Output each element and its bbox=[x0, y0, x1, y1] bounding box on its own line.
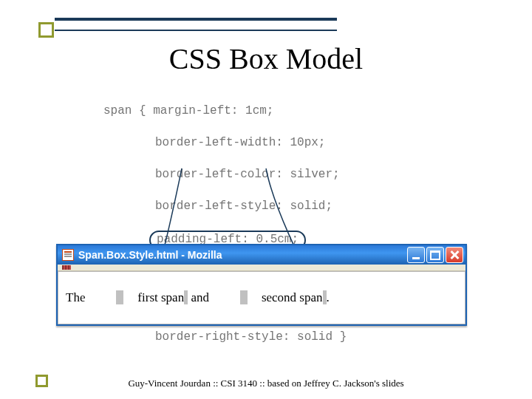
css-code: span { margin-left: 1cm; border-left-wid… bbox=[0, 87, 532, 378]
browser-window: Span.Box.Style.html - Mozilla The first … bbox=[56, 244, 467, 326]
slide-title: CSS Box Model bbox=[0, 41, 532, 76]
titlebar-left: Span.Box.Style.html - Mozilla bbox=[62, 249, 222, 261]
code-line: span { margin-left: 1cm; bbox=[0, 103, 532, 120]
throbber-icon bbox=[62, 265, 71, 270]
code-line: border-left-style: solid; bbox=[0, 199, 532, 215]
code-line: border-left-width: 10px; bbox=[0, 135, 532, 151]
code-line: border-right-style: solid } bbox=[0, 330, 532, 346]
window-buttons bbox=[407, 247, 463, 263]
window-titlebar: Span.Box.Style.html - Mozilla bbox=[58, 245, 466, 265]
maximize-icon bbox=[430, 250, 440, 260]
slide: CSS Box Model span { margin-left: 1cm; b… bbox=[0, 0, 532, 399]
menubar bbox=[58, 265, 466, 271]
sample-text: and bbox=[188, 290, 209, 304]
viewport: The first span and second span. bbox=[58, 271, 466, 324]
maximize-button[interactable] bbox=[426, 247, 444, 263]
close-icon bbox=[450, 250, 459, 259]
rendered-sample: The first span and second span. bbox=[58, 290, 330, 305]
minimize-icon bbox=[412, 257, 420, 259]
footer-credits: Guy-Vincent Jourdan :: CSI 3140 :: based… bbox=[0, 378, 532, 389]
code-line: border-left-color: silver; bbox=[0, 167, 532, 183]
span-example-2: second span bbox=[240, 290, 327, 304]
page-icon bbox=[62, 249, 74, 261]
top-rule-thin bbox=[55, 30, 337, 31]
sample-text: The bbox=[66, 290, 85, 304]
sample-text: . bbox=[327, 290, 330, 304]
minimize-button[interactable] bbox=[407, 247, 425, 263]
bullet-square-icon bbox=[38, 22, 54, 38]
span-example-1: first span bbox=[116, 290, 188, 304]
close-button[interactable] bbox=[446, 247, 463, 263]
window-title: Span.Box.Style.html - Mozilla bbox=[78, 249, 222, 261]
top-rule bbox=[55, 18, 337, 21]
